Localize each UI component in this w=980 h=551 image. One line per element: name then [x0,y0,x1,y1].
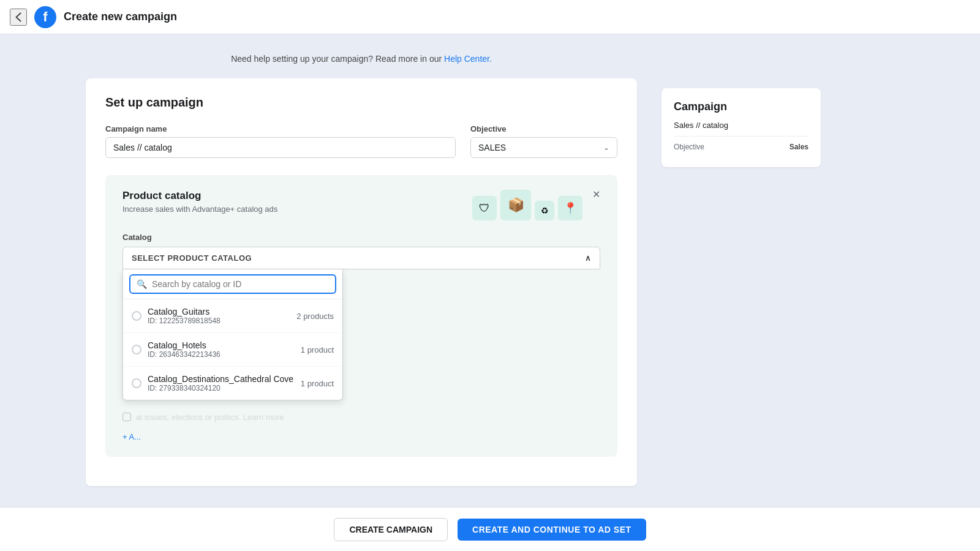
sidebar-objective-label: Objective [674,143,704,151]
catalog-item-1-count: 2 products [296,312,334,321]
catalog-item-1-info: Catalog_Guitars ID: 122253789818548 [148,307,290,325]
right-sidebar: Campaign Sales // catalog Objective Sale… [662,54,821,486]
catalog-item-2-info: Catalog_Hotels ID: 263463342213436 [148,340,295,359]
catalog-dropdown-trigger[interactable]: SELECT PRODUCT CATALOG ∧ [123,247,600,269]
sidebar-campaign-name: Sales // catalog [674,121,728,130]
catalog-item-2-id: ID: 263463342213436 [148,350,295,359]
search-box-wrapper: 🔍 [123,269,342,299]
help-center-link[interactable]: Help Center. [444,54,492,64]
back-button[interactable] [10,9,27,26]
chevron-down-icon: ⌄ [603,143,609,152]
catalog-dropdown: SELECT PRODUCT CATALOG ∧ 🔍 [123,247,600,400]
product-catalog-section: Product catalog Increase sales with Adva… [105,175,617,457]
catalog-icon-2: 📦 [500,190,531,220]
catalog-item-3-info: Catalog_Destinations_Cathedral Cove ID: … [148,374,295,392]
sidebar-divider [674,136,809,137]
catalog-icon-3: ♻ [535,201,554,220]
search-box: 🔍 [129,274,336,294]
close-button[interactable]: ✕ [592,190,600,200]
list-item[interactable]: Catalog_Hotels ID: 263463342213436 1 pro… [123,333,342,367]
dropdown-placeholder: SELECT PRODUCT CATALOG [132,253,252,263]
catalog-item-3-name: Catalog_Destinations_Cathedral Cove [148,374,295,384]
catalog-item-2-count: 1 product [301,345,334,354]
catalog-item-2-name: Catalog_Hotels [148,340,295,350]
catalog-header-left: Product catalog Increase sales with Adva… [123,190,472,214]
fields-row: Campaign name Objective SALES ⌄ [105,124,617,158]
campaign-card: Set up campaign Campaign name Objective … [86,78,637,486]
objective-label: Objective [470,124,617,133]
catalog-item-3-count: 1 product [301,379,334,388]
main-content: Need help setting up your campaign? Read… [61,34,919,506]
chevron-up-icon: ∧ [585,253,592,263]
topbar: f Create new campaign [0,0,980,34]
catalog-item-1-name: Catalog_Guitars [148,307,290,317]
catalog-item-3-id: ID: 279338340324120 [148,384,295,392]
section-title: Set up campaign [105,96,617,110]
page-title: Create new campaign [64,10,177,23]
center-panel: Need help setting up your campaign? Read… [86,54,637,486]
catalog-search-input[interactable] [152,279,329,289]
radio-button-1[interactable] [132,311,141,321]
partial-row: al issues, elections or politics. Learn … [123,408,600,426]
sidebar-objective-value: Sales [790,143,809,151]
create-campaign-button[interactable]: CREATE CAMPAIGN [334,518,448,541]
create-and-continue-button[interactable]: CREATE AND CONTINUE TO AD SET [458,519,646,541]
campaign-name-input[interactable] [105,137,456,158]
catalog-icon-4: 📍 [558,196,582,220]
campaign-name-label: Campaign name [105,124,456,133]
radio-button-2[interactable] [132,345,141,354]
catalog-header: Product catalog Increase sales with Adva… [123,190,600,220]
bottom-action-bar: CREATE CAMPAIGN CREATE AND CONTINUE TO A… [0,507,980,551]
objective-select[interactable]: SALES ⌄ [470,137,617,158]
catalog-description: Increase sales with Advantage+ catalog a… [123,204,472,214]
catalog-dropdown-panel: 🔍 Catalog_Guitars ID: 122253789818548 [123,269,343,400]
sidebar-heading: Campaign [674,100,809,113]
search-icon: 🔍 [137,279,147,289]
help-text: Need help setting up your campaign? Read… [86,54,637,64]
objective-group: Objective SALES ⌄ [470,124,617,158]
catalog-label: Catalog [123,233,600,242]
catalog-item-1-id: ID: 122253789818548 [148,317,290,325]
list-item[interactable]: Catalog_Guitars ID: 122253789818548 2 pr… [123,299,342,333]
campaign-name-group: Campaign name [105,124,456,158]
catalog-icon-1: 🛡 [472,196,497,220]
sidebar-section: Campaign Sales // catalog Objective Sale… [662,88,821,167]
sidebar-objective-row: Objective Sales [674,143,809,151]
objective-value: SALES [478,143,506,152]
catalog-decorative-icons: 🛡 📦 ♻ 📍 [472,190,582,220]
facebook-logo: f [34,6,56,28]
add-link[interactable]: + A... [123,432,141,441]
partial-checkbox[interactable] [123,413,131,421]
list-item[interactable]: Catalog_Destinations_Cathedral Cove ID: … [123,367,342,400]
sidebar-name-row: Sales // catalog [674,121,809,130]
radio-button-3[interactable] [132,378,141,388]
catalog-section-title: Product catalog [123,190,472,202]
